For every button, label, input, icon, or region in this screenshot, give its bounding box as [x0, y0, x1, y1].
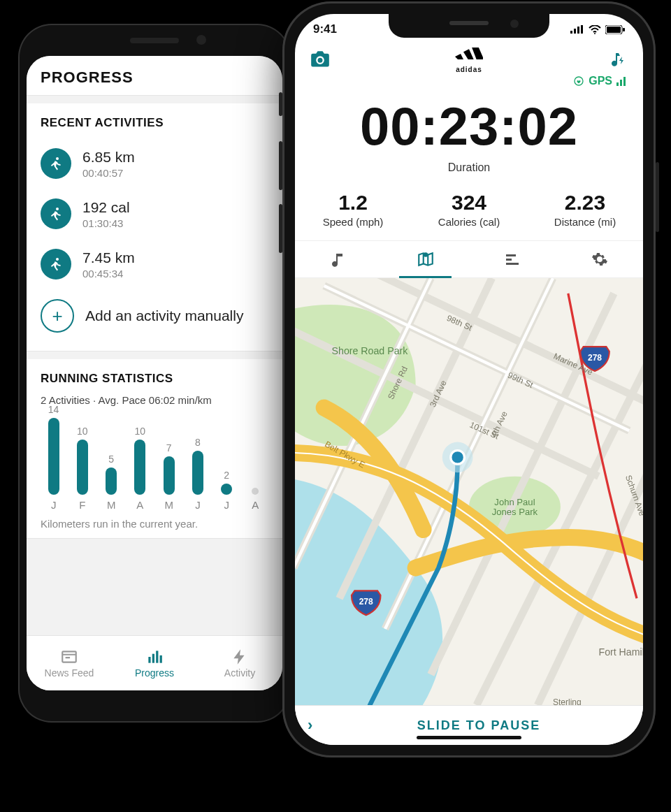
tab-label: Progress [135, 667, 174, 679]
svg-point-24 [451, 451, 465, 465]
svg-text:Sterling: Sterling [553, 697, 582, 705]
svg-rect-7 [577, 27, 579, 34]
iphone-screen: 9:41 adidas [295, 14, 643, 745]
subtab-map[interactable] [382, 241, 470, 277]
wifi-icon [589, 25, 601, 34]
svg-point-9 [594, 33, 596, 34]
chart-bar: 5M [99, 454, 124, 511]
metric-speed: 1.2 Speed (mph) [295, 189, 411, 240]
plus-icon: + [41, 299, 74, 333]
svg-rect-1 [148, 657, 150, 663]
camera-icon[interactable] [310, 51, 330, 71]
run-subtabs [295, 241, 643, 278]
chevron-right-icon: › [308, 716, 327, 734]
recent-activities-title: RECENT ACTIVITIES [41, 116, 268, 130]
tab-activity[interactable]: Activity [197, 636, 282, 690]
bolt-icon [230, 648, 250, 666]
volume-up-button [279, 141, 282, 190]
statistics-summary: 2 Activities · Avg. Pace 06:02 min/km [41, 394, 268, 406]
tab-news-feed[interactable]: News Feed [27, 636, 112, 690]
status-time: 9:41 [313, 22, 337, 36]
svg-rect-3 [156, 651, 158, 662]
running-statistics-card: RUNNING STATISTICS 2 Activities · Avg. P… [27, 359, 282, 538]
svg-text:278: 278 [588, 353, 602, 363]
phone-speaker [130, 38, 179, 43]
battery-icon [605, 25, 625, 34]
iphone-notch [389, 14, 549, 38]
svg-text:Fort Hamilton: Fort Hamilton [598, 646, 643, 658]
svg-text:John PaulJones Park: John PaulJones Park [492, 497, 538, 517]
chart-bar: A [243, 474, 268, 511]
progress-bars-icon [145, 648, 164, 666]
subtab-music[interactable] [295, 241, 382, 277]
svg-text:278: 278 [359, 597, 373, 607]
metric-calories: 324 Calories (cal) [411, 189, 527, 240]
runner-icon [41, 198, 71, 229]
activity-time: 00:45:34 [82, 268, 135, 280]
run-timer: 00:23:02 [295, 100, 643, 153]
volume-down-button [279, 204, 282, 253]
svg-rect-5 [570, 31, 572, 34]
svg-point-17 [424, 253, 427, 256]
svg-rect-18 [506, 254, 516, 256]
newsfeed-icon [59, 648, 79, 666]
slide-label: SLIDE TO PAUSE [327, 718, 630, 733]
chart-footnote: Kilometers run in the current year. [41, 518, 268, 530]
chart-bar: 10F [69, 426, 95, 511]
adidas-logo: adidas [455, 48, 483, 73]
gps-signal-icon [616, 76, 628, 86]
activity-time: 01:30:43 [82, 217, 130, 229]
music-note-icon [330, 251, 347, 268]
activity-main: 6.85 km [82, 149, 135, 166]
activity-row[interactable]: 7.45 km 00:45:34 [41, 239, 268, 289]
home-indicator[interactable] [417, 736, 521, 739]
tab-label: News Feed [45, 667, 94, 679]
svg-rect-8 [581, 25, 583, 34]
runner-icon [41, 148, 71, 179]
chart-bar: 7M [156, 442, 182, 511]
run-timer-label: Duration [295, 161, 643, 174]
gps-status: GPS [295, 75, 643, 90]
svg-rect-11 [607, 27, 621, 33]
activity-row[interactable]: 192 cal 01:30:43 [41, 189, 268, 239]
svg-rect-15 [620, 80, 622, 86]
svg-rect-20 [506, 263, 519, 265]
run-map[interactable]: 278 278 Shore Road Park Shore Rd Belt Pk… [295, 278, 643, 705]
android-screen: PROGRESS RECENT ACTIVITIES 6.85 km 00:40… [27, 56, 282, 690]
svg-rect-14 [616, 82, 619, 86]
activity-main: 7.45 km [82, 249, 135, 266]
gear-icon [591, 251, 608, 268]
subtab-splits[interactable] [469, 241, 556, 277]
page-title: PROGRESS [41, 68, 268, 87]
side-button [656, 162, 659, 232]
activity-time: 00:40:57 [82, 167, 135, 179]
activity-row[interactable]: 6.85 km 00:40:57 [41, 138, 268, 189]
progress-header: PROGRESS [27, 56, 282, 95]
tab-progress[interactable]: Progress [112, 636, 197, 690]
svg-rect-16 [623, 77, 626, 86]
android-phone-frame: PROGRESS RECENT ACTIVITIES 6.85 km 00:40… [18, 24, 291, 723]
recent-activities-card: RECENT ACTIVITIES 6.85 km 00:40:57 [27, 103, 282, 351]
iphone-frame: 9:41 adidas [282, 1, 656, 757]
svg-rect-2 [152, 654, 154, 663]
add-activity-row[interactable]: + Add an activity manually [41, 289, 268, 342]
app-top-bar: adidas [295, 45, 643, 75]
mute-switch [279, 92, 282, 116]
metric-distance: 2.23 Distance (mi) [527, 189, 643, 240]
subtab-settings[interactable] [556, 241, 644, 277]
runner-icon [41, 249, 71, 280]
activity-main: 192 cal [82, 199, 130, 216]
svg-rect-12 [623, 28, 625, 31]
svg-rect-4 [160, 655, 162, 663]
svg-rect-6 [574, 29, 576, 34]
add-activity-label: Add an activity manually [85, 307, 243, 324]
chart-bar: 14J [41, 404, 66, 511]
bars-icon [504, 251, 521, 268]
cell-signal-icon [570, 25, 584, 34]
map-pin-icon [417, 250, 435, 268]
running-statistics-title: RUNNING STATISTICS [41, 372, 268, 386]
bottom-tab-bar: News Feed Progress Activity [27, 635, 282, 690]
km-per-month-chart: 14J10F5M10A7M8J2JA [41, 413, 268, 511]
music-bolt-icon[interactable] [608, 51, 628, 71]
svg-text:Shore Road Park: Shore Road Park [332, 345, 409, 356]
